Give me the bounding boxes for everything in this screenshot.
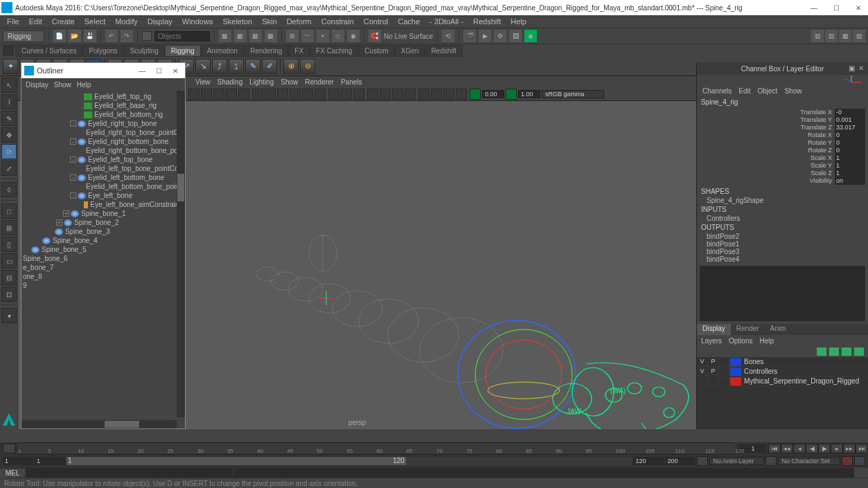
shelf-icon[interactable]: ↘: [195, 59, 211, 74]
outliner-node[interactable]: -Eyelid_left_bottom_bone: [21, 173, 185, 182]
vp-icon[interactable]: [367, 89, 378, 100]
paint-select-tool[interactable]: ✎: [1, 111, 17, 126]
vmenu-panels[interactable]: Panels: [341, 78, 362, 86]
layer-icon[interactable]: [817, 347, 826, 356]
make-live-icon[interactable]: 🧲: [369, 30, 381, 42]
step-forward-button[interactable]: ▸: [831, 444, 843, 453]
timeline-sound-icon[interactable]: [3, 444, 15, 453]
play-forward-button[interactable]: ▶: [818, 444, 831, 453]
prefs-icon[interactable]: [854, 456, 865, 466]
menu-cache[interactable]: Cache: [393, 17, 424, 26]
cb-menu-edit[interactable]: Edit: [738, 87, 750, 95]
attr-value[interactable]: 0: [835, 147, 865, 154]
goto-end-button[interactable]: ⏭: [856, 444, 868, 453]
vp-icon[interactable]: [290, 89, 301, 100]
layer-icon[interactable]: [854, 347, 864, 356]
menu-skin[interactable]: Skin: [258, 17, 281, 26]
tab-sculpting[interactable]: Sculpting: [124, 45, 165, 57]
cb-output-item[interactable]: bindPose4: [697, 255, 868, 263]
vp-icon[interactable]: [431, 89, 442, 100]
layertab-display[interactable]: Display: [697, 324, 731, 335]
channelbox-object-name[interactable]: Spine_4_rig: [697, 97, 868, 107]
outliner-node[interactable]: +Spine_bone_2: [21, 218, 185, 227]
layer-menu-layers[interactable]: Layers: [701, 337, 722, 345]
exposure-field[interactable]: 0.00: [482, 90, 504, 98]
sel-mask-icon[interactable]: ▦: [219, 30, 231, 42]
outliner-node[interactable]: Spine_bone_6: [21, 254, 185, 263]
colorspace-dropdown[interactable]: sRGB gamma: [542, 90, 604, 98]
vp-icon[interactable]: [456, 89, 467, 100]
expand-toggle[interactable]: -: [70, 156, 76, 163]
outliner-node[interactable]: -Eyelid_right_top_bone: [21, 119, 185, 128]
vp-icon[interactable]: [353, 89, 364, 100]
shelf-icon[interactable]: ⤴: [212, 59, 227, 74]
outliner-scrollbar-h[interactable]: [21, 420, 177, 428]
snap-point-icon[interactable]: •: [317, 30, 329, 42]
menu-create[interactable]: Create: [48, 17, 79, 26]
layertab-anim[interactable]: Anim: [765, 324, 792, 335]
rotate-tool[interactable]: ⟳: [1, 144, 17, 159]
cb-menu-show[interactable]: Show: [784, 87, 801, 95]
attr-value[interactable]: 0: [835, 139, 865, 147]
outliner-close[interactable]: ✕: [168, 67, 182, 75]
vp-icon[interactable]: [315, 89, 326, 100]
last-tool[interactable]: ◊: [1, 182, 17, 197]
toggle-channelbox-icon[interactable]: ▥: [811, 30, 824, 42]
cb-menu-object[interactable]: Object: [758, 87, 778, 95]
attr-value[interactable]: -0: [835, 109, 865, 116]
outliner-node[interactable]: one_8: [21, 272, 185, 281]
layer-visibility-toggle[interactable]: V: [697, 368, 708, 376]
anim-layer-icon[interactable]: [765, 456, 777, 466]
toggle-modeling-icon[interactable]: ▧: [853, 30, 865, 42]
attr-value[interactable]: 33.017: [835, 124, 865, 132]
outliner-minimize[interactable]: —: [135, 67, 149, 75]
two-pane-h-icon[interactable]: ▭: [1, 253, 17, 269]
vp-icon[interactable]: [252, 89, 263, 100]
menu-control[interactable]: Control: [360, 17, 392, 26]
construction-history-icon[interactable]: ⟲: [442, 30, 454, 42]
shelf-icon[interactable]: ⤵: [229, 59, 244, 74]
outliner-node[interactable]: Eyelid_right_top_bone_pointConstraint1: [21, 128, 185, 137]
tab-fxcaching[interactable]: FX Caching: [310, 45, 358, 57]
cb-output-item[interactable]: bindPose3: [697, 248, 868, 255]
close-button[interactable]: ✕: [850, 2, 867, 13]
outliner-node[interactable]: 9: [21, 281, 185, 290]
display-layer[interactable]: VPControllers: [697, 367, 868, 377]
menu-deform[interactable]: Deform: [283, 17, 316, 26]
exposure-icon[interactable]: [470, 89, 481, 100]
time-slider[interactable]: 1510152025303540455055606570758085909510…: [0, 442, 868, 455]
tab-custom[interactable]: Custom: [358, 45, 394, 57]
outliner-node[interactable]: +Spine_bone_1: [21, 209, 185, 218]
menu-file[interactable]: File: [3, 17, 24, 26]
outliner-node[interactable]: Eyelid_left_bottom_rig: [21, 110, 185, 119]
vp-icon[interactable]: [201, 89, 212, 100]
range-slider[interactable]: 1 1 1 120 120 200 No Anim Layer No Chara…: [0, 455, 868, 467]
outliner-node[interactable]: Eyelid_left_top_rig: [21, 92, 185, 101]
new-scene-icon[interactable]: 📄: [53, 30, 66, 42]
save-scene-icon[interactable]: 💾: [84, 30, 96, 42]
gamma-icon[interactable]: [506, 89, 517, 100]
cmd-input[interactable]: [26, 468, 233, 478]
toggle-toolsettings-icon[interactable]: ▤: [825, 30, 838, 42]
expand-toggle[interactable]: -: [70, 174, 76, 181]
layer-visibility-toggle[interactable]: V: [697, 358, 708, 366]
toggle-attreditor-icon[interactable]: ▦: [839, 30, 851, 42]
lasso-tool[interactable]: ⌇: [1, 94, 17, 109]
render-settings-icon[interactable]: ⚙: [494, 30, 506, 42]
cb-input-name[interactable]: Controllers: [697, 215, 868, 222]
render-view-icon[interactable]: 🖼: [509, 30, 522, 42]
snap-curve-icon[interactable]: 〰: [301, 30, 314, 42]
single-pane-icon[interactable]: □: [1, 204, 17, 219]
display-layer[interactable]: VPBones: [697, 357, 868, 367]
outliner-node[interactable]: Eyelid_left_bottom_bone_pointConstraint1: [21, 182, 185, 191]
outliner-scrollbar-v[interactable]: [177, 91, 185, 417]
vp-icon[interactable]: [418, 89, 429, 100]
step-back-key-button[interactable]: ◂◂: [781, 444, 793, 453]
ipr-render-icon[interactable]: ▶: [479, 30, 491, 42]
tab-curves[interactable]: Curves / Surfaces: [15, 45, 82, 57]
vp-icon[interactable]: [265, 89, 276, 100]
menu-select[interactable]: Select: [80, 17, 110, 26]
three-pane-icon[interactable]: ⊟: [1, 270, 17, 285]
vp-icon[interactable]: [405, 89, 416, 100]
vp-icon[interactable]: [302, 89, 313, 100]
